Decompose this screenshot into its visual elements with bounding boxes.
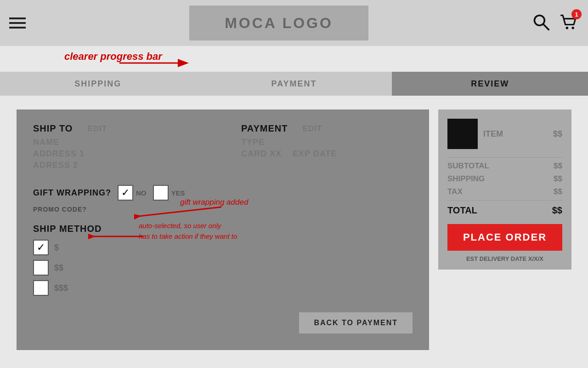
ship-to-title: SHIP TO EDIT [33,123,204,134]
gift-wrapping-label: GIFT WRAPPING? [33,188,111,198]
cart-button[interactable]: 1 [559,12,579,34]
progress-bar-arrow [119,56,193,70]
ship-option-2-checkbox[interactable] [33,260,49,276]
gift-yes-label: YES [171,189,185,197]
order-subtotal-row: SUBTOTAL $$ [447,161,562,171]
progress-step-review[interactable]: REVIEW [392,72,588,96]
order-tax-value: $$ [554,187,562,196]
order-shipping-value: $$ [554,174,562,184]
ship-option-1: ✓ $ auto-selected, so user only has to t… [33,240,413,255]
ship-to-edit[interactable]: EDIT [87,124,107,133]
order-total-value: $$ [552,205,562,216]
place-order-button[interactable]: PLACE ORDER [447,224,562,251]
progress-bar: SHIPPING PAYMENT REVIEW [0,72,588,96]
delivery-date-text: EST DELIVERY DATE X/X/X [447,255,562,262]
order-item-row: ITEM $$ [447,119,562,149]
hamburger-menu[interactable] [9,17,26,29]
ship-option-2-label: $$ [54,263,63,273]
right-panel: ITEM $$ SUBTOTAL $$ SHIPPING $$ TAX $$ T… [438,109,571,270]
svg-line-5 [139,207,221,216]
order-tax-row: TAX $$ [447,187,562,196]
ship-option-3-label: $$$ [54,283,68,293]
ship-to-address1: ADDRESS 1 [33,149,204,159]
ship-option-3: $$$ [33,280,413,296]
header: MOCA LOGO 1 [0,0,588,46]
ship-option-1-checkbox[interactable]: ✓ [33,240,49,255]
left-panel: SHIP TO EDIT NAME ADDRESS 1 ADRESS 2 PAY… [17,109,429,350]
order-divider-1 [447,157,562,158]
progress-step-shipping[interactable]: SHIPPING [0,72,196,96]
ship-to-name: NAME [33,138,204,147]
payment-title: PAYMENT EDIT [241,123,413,134]
order-tax-label: TAX [447,187,463,196]
payment-card-exp: CARD XX EXP DATE [241,149,413,159]
order-item-price: $$ [553,129,562,139]
ship-option-3-checkbox[interactable] [33,280,49,296]
logo-text: MOCA LOGO [225,15,333,32]
order-subtotal-label: SUBTOTAL [447,161,489,171]
ship-method-section: SHIP METHOD ✓ $ auto-selected, so user o… [33,224,413,296]
gift-no-wrap: ✓ NO [118,185,147,201]
gift-no-checkbox[interactable]: ✓ [118,185,133,201]
gift-no-label: NO [136,189,147,197]
payment-block: PAYMENT EDIT TYPE CARD XX EXP DATE [241,123,413,172]
ship-option-2: $$ [33,260,413,276]
gift-yes-checkbox[interactable] [153,185,169,201]
svg-line-1 [543,24,549,30]
ship-to-address2: ADRESS 2 [33,161,204,170]
search-button[interactable] [532,13,550,33]
svg-point-3 [571,27,574,29]
back-btn-row: BACK TO PAYMENT [33,312,413,334]
progress-step-payment[interactable]: PAYMENT [196,72,392,96]
info-row: SHIP TO EDIT NAME ADDRESS 1 ADRESS 2 PAY… [33,123,413,172]
logo-box: MOCA LOGO [189,6,368,40]
order-item-thumbnail [447,119,478,149]
payment-edit[interactable]: EDIT [302,124,322,133]
header-icons: 1 [532,12,579,34]
order-total-row: TOTAL $$ [447,205,562,216]
ship-option-1-label: $ [54,243,59,253]
svg-point-2 [566,27,569,29]
order-total-label: TOTAL [447,205,477,216]
cart-badge: 1 [571,9,582,19]
order-shipping-label: SHIPPING [447,174,485,184]
order-divider-2 [447,200,562,201]
order-subtotal-value: $$ [554,161,562,171]
order-shipping-row: SHIPPING $$ [447,174,562,184]
ship-to-block: SHIP TO EDIT NAME ADDRESS 1 ADRESS 2 [33,123,204,172]
order-item-label: ITEM [483,129,548,139]
main-content: SHIP TO EDIT NAME ADDRESS 1 ADRESS 2 PAY… [0,96,588,364]
promo-label: PROMO CODE? [33,206,87,213]
gift-wrapping-section: GIFT WRAPPING? ✓ NO YES [33,185,413,201]
back-to-payment-button[interactable]: BACK TO PAYMENT [299,312,413,334]
payment-type: TYPE [241,138,413,147]
gift-annotation-arrow [134,202,226,225]
